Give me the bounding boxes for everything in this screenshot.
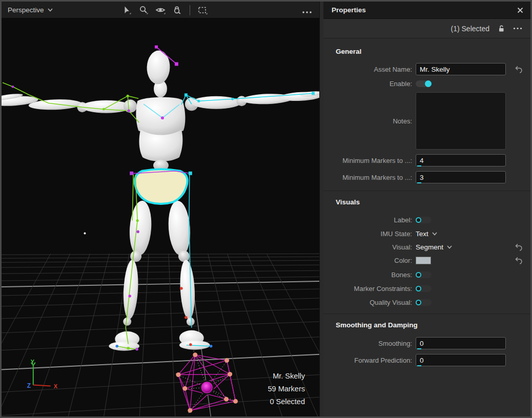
magnifier-icon	[138, 5, 149, 15]
forward-prediction-label: Forward Prediction:	[323, 357, 416, 364]
min-markers-boot-label: Minimum Markers to ...:	[323, 157, 416, 164]
smoothing-input[interactable]	[416, 337, 506, 349]
close-icon	[517, 7, 523, 13]
axis-z-label: Z	[27, 382, 31, 389]
ellipsis-icon	[513, 27, 522, 30]
forward-prediction-row: Forward Prediction:	[323, 354, 530, 366]
chevron-down-icon	[48, 8, 53, 12]
chevron-down-icon	[447, 245, 452, 249]
marquee-icon	[197, 5, 208, 15]
zoom-tool-button[interactable]	[137, 4, 150, 16]
marquee-select-button[interactable]	[196, 4, 209, 16]
ellipsis-icon	[302, 11, 312, 14]
stray-marker-dot[interactable]	[84, 232, 86, 234]
selection-info-overlay: Mr. Skelly 59 Markers 0 Selected	[268, 370, 305, 408]
marker-constraints-label: Marker Constraints:	[323, 285, 416, 292]
smoothing-label: Smoothing:	[323, 340, 416, 347]
revert-icon	[515, 243, 523, 251]
section-visuals: Visuals	[336, 198, 530, 206]
imu-state-row: IMU State: Text	[323, 230, 530, 238]
label-label: Label:	[323, 216, 416, 224]
scene-canvas[interactable]: Y X Z Mr. Skelly 59 Markers 0 Selected	[2, 19, 319, 416]
smoothing-row: Smoothing:	[323, 337, 530, 349]
properties-body: General Asset Name: Enable:	[323, 38, 530, 416]
enable-toggle[interactable]	[416, 80, 432, 87]
enable-label: Enable:	[323, 80, 416, 88]
notes-textarea[interactable]	[416, 92, 506, 150]
camera-mode-label: Perspective	[8, 6, 44, 14]
viewport-3d[interactable]: Perspective	[2, 2, 319, 416]
cursor-icon	[121, 5, 132, 15]
min-markers-continue-row: Minimum Markers to ...:	[323, 171, 530, 183]
panel-menu-button[interactable]	[513, 27, 522, 30]
color-row: Color:	[323, 257, 530, 264]
imu-state-label: IMU State:	[323, 230, 416, 238]
skeleton-mannequin[interactable]	[2, 50, 319, 351]
axis-y-label: Y	[31, 359, 35, 365]
min-markers-boot-row: Minimum Markers to ...:	[323, 154, 530, 166]
axis-x-label: X	[54, 383, 58, 389]
visual-row: Visual: Segment	[323, 243, 530, 251]
reset-visual-button[interactable]	[515, 243, 523, 251]
selection-header: (1) Selected	[323, 19, 530, 38]
min-markers-boot-input[interactable]	[416, 154, 506, 166]
motive-window: Perspective	[0, 0, 532, 418]
bones-row: Bones:	[323, 271, 530, 279]
axis-gizmo: Y X Z	[27, 359, 58, 390]
quality-visual-toggle[interactable]	[416, 299, 432, 306]
viewport-toolbar: Perspective	[2, 2, 319, 18]
notes-label: Notes:	[323, 117, 416, 125]
lock-selection-button[interactable]	[171, 4, 183, 16]
scene-render: Y X Z	[2, 19, 319, 416]
label-toggle[interactable]	[416, 217, 432, 223]
overlay-marker-count: 59 Markers	[268, 383, 305, 395]
visibility-tool-button[interactable]	[154, 4, 167, 16]
viewport-menu-button[interactable]	[302, 7, 312, 16]
bones-toggle[interactable]	[416, 271, 432, 278]
forward-prediction-input[interactable]	[416, 354, 506, 366]
color-swatch[interactable]	[416, 257, 431, 264]
unlock-icon	[498, 25, 505, 32]
selected-count-badge: (1) Selected	[451, 25, 489, 33]
asset-name-label: Asset Name:	[323, 66, 416, 73]
section-divider	[323, 314, 530, 314]
visual-value: Segment	[416, 243, 443, 251]
overlay-asset-name: Mr. Skelly	[268, 370, 305, 383]
panel-splitter[interactable]	[319, 2, 323, 416]
asset-name-row: Asset Name:	[323, 63, 530, 75]
enable-row: Enable:	[323, 80, 530, 88]
asset-name-input[interactable]	[416, 63, 506, 75]
lock-magnifier-icon	[172, 5, 182, 15]
notes-row: Notes:	[323, 92, 530, 150]
viewport-tools	[120, 2, 209, 18]
pin-selection-button[interactable]	[498, 25, 505, 32]
min-markers-continue-label: Minimum Markers to ...:	[323, 174, 416, 181]
select-tool-button[interactable]	[120, 4, 133, 16]
properties-panel: Properties (1) Selected	[323, 2, 530, 416]
properties-title-bar: Properties	[323, 2, 530, 19]
close-panel-button[interactable]	[517, 7, 523, 13]
marker-constraints-toggle[interactable]	[416, 285, 432, 292]
pelvis-segment-selected[interactable]	[135, 169, 188, 204]
properties-title: Properties	[332, 6, 366, 14]
imu-state-dropdown[interactable]: Text	[416, 230, 437, 238]
eye-icon	[155, 5, 166, 15]
camera-mode-dropdown[interactable]: Perspective	[8, 6, 53, 14]
color-label: Color:	[323, 257, 416, 264]
revert-icon	[515, 257, 523, 264]
min-markers-continue-input[interactable]	[416, 171, 506, 183]
bones-label: Bones:	[323, 271, 416, 279]
reset-color-button[interactable]	[515, 257, 523, 264]
section-smoothing: Smoothing and Damping	[336, 321, 530, 329]
marker-constraints-row: Marker Constraints:	[323, 285, 530, 292]
section-general: General	[336, 48, 530, 55]
quality-visual-row: Quality Visual:	[323, 299, 530, 306]
visual-dropdown[interactable]: Segment	[416, 243, 452, 251]
chevron-down-icon	[432, 232, 437, 236]
quality-visual-label: Quality Visual:	[323, 299, 416, 306]
toolbar-divider	[190, 5, 190, 15]
reset-asset-name-button[interactable]	[515, 66, 523, 73]
visual-label: Visual:	[323, 243, 416, 251]
revert-icon	[515, 66, 523, 73]
overlay-selection-count: 0 Selected	[268, 395, 305, 408]
